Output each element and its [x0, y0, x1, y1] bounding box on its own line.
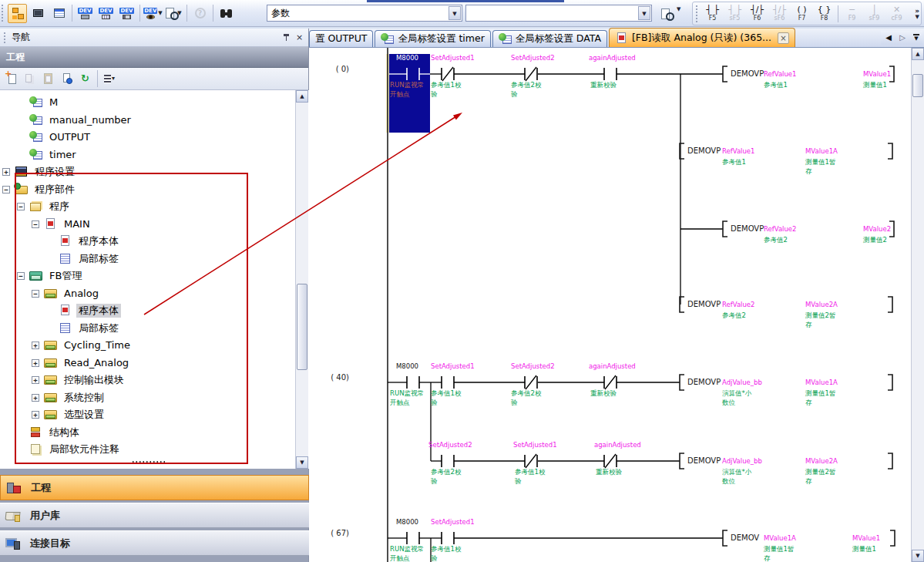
ladder-instruction-DEMOVP[interactable]: DEMOVPRefValue1参考值1MValue1A测量值1暂存 — [680, 143, 892, 175]
expand-icon[interactable]: + — [2, 168, 10, 176]
editor-scrollbar[interactable]: ▲ ▼ — [911, 48, 924, 562]
expand-icon[interactable]: + — [32, 359, 39, 367]
tree-item-局部软元件注释[interactable]: 局部软元件注释 — [0, 441, 309, 459]
toolbar-grip[interactable] — [2, 5, 5, 22]
toolbar-grip[interactable] — [696, 5, 700, 22]
editor-scrollbar-thumb[interactable] — [912, 74, 923, 97]
dev-network-button[interactable]: DEV — [117, 4, 136, 23]
dev-table-button[interactable]: DEV — [96, 4, 116, 23]
tree-item-控制输出模块[interactable]: +控制输出模块 — [0, 372, 309, 389]
paste-button[interactable] — [40, 70, 57, 87]
project-view-button[interactable] — [8, 4, 27, 23]
ladder-editor-canvas[interactable]: M8000RUN监视常开触点SetAdjusted1参考值1校验SetAdjus… — [309, 48, 910, 562]
tab-scroll-left-icon[interactable]: ◀ — [882, 31, 895, 45]
ladder-tool-cf9[interactable]: ✕cF9 — [885, 3, 908, 24]
help-button[interactable]: ? — [190, 4, 210, 23]
expand-icon[interactable]: + — [32, 342, 39, 349]
secondary-combobox[interactable]: ▼ — [465, 5, 652, 22]
collapse-icon[interactable]: − — [32, 290, 39, 298]
dev-watch-button[interactable]: DEV▼ — [143, 4, 163, 23]
scroll-down-icon[interactable]: ▼ — [296, 456, 308, 469]
expand-icon[interactable]: + — [32, 411, 39, 419]
ladder-contact-M8000[interactable]: M8000RUN监视常开触点 — [390, 518, 424, 562]
scroll-up-icon[interactable]: ▲ — [912, 48, 924, 60]
panel-button-连接目标[interactable]: 连接目标 — [0, 530, 309, 556]
tree-scrollbar[interactable]: ▲ ▼ — [295, 90, 308, 469]
collapse-icon[interactable]: − — [32, 220, 39, 228]
dev-find-button[interactable]: DEV — [76, 4, 95, 23]
ladder-tool-f5[interactable]: ┤ ├F5 — [701, 3, 724, 24]
device-search-button[interactable]: ▼ — [164, 4, 183, 23]
ladder-contact-SetAdjusted2[interactable]: SetAdjusted2参考值2校验 — [511, 54, 555, 98]
tree-item-局部标签[interactable]: 局部标签 — [0, 320, 309, 338]
ladder-instruction-DEMOVP[interactable]: DEMOVPRefValue1参考值1MValue1测量值1 — [723, 66, 894, 89]
new-item-button[interactable] — [3, 70, 20, 87]
property-button[interactable] — [59, 70, 76, 87]
scroll-up-icon[interactable]: ▲ — [296, 90, 308, 103]
panel-button-工程[interactable]: 工程 — [0, 475, 309, 500]
toolbar-overflow-button[interactable]: ▼ — [677, 6, 680, 12]
tree-item-选型设置[interactable]: +选型设置 — [0, 406, 309, 424]
close-icon[interactable]: × — [778, 32, 789, 44]
expand-icon[interactable]: + — [32, 376, 39, 384]
tree-item-M[interactable]: M — [0, 94, 309, 112]
ladder-tool-f6[interactable]: ┤/├F6 — [746, 3, 768, 24]
ladder-tool-f8[interactable]: { }F8 — [813, 3, 835, 24]
ladder-tool-sf5[interactable]: ┤ ├sF5 — [724, 3, 746, 24]
tree-item-MAIN[interactable]: −MAIN — [0, 216, 309, 234]
ladder-instruction-DEMOVP[interactable]: DEMOVPAdjValue_bb演算值*小数位MValue2A测量值2暂存 — [680, 453, 892, 485]
print-preview-button[interactable] — [657, 4, 676, 23]
ladder-tool-sf6[interactable]: ┤/├sF6 — [768, 3, 791, 24]
collapse-icon[interactable]: − — [2, 186, 10, 194]
ladder-contact-SetAdjusted2[interactable]: SetAdjusted2参考值2校验 — [428, 441, 472, 485]
tree-item-timer[interactable]: timer — [0, 146, 309, 164]
scroll-down-icon[interactable]: ▼ — [912, 550, 924, 562]
tree-item-局部标签[interactable]: 局部标签 — [0, 251, 309, 268]
ladder-contact-SetAdjusted2[interactable]: SetAdjusted2参考值2校验 — [511, 362, 555, 406]
tree-item-Read_Analog[interactable]: +Read_Analog — [0, 355, 309, 372]
tree-item-程序本体[interactable]: 程序本体 — [0, 302, 309, 320]
output-window-button[interactable] — [49, 4, 69, 23]
tab-menu-icon[interactable]: ▼ — [910, 31, 922, 45]
ladder-contact-againAdjusted[interactable]: againAdjusted重新校验 — [589, 362, 636, 397]
collapse-icon[interactable]: − — [17, 272, 25, 280]
tree-item-程序本体[interactable]: 程序本体 — [0, 233, 309, 251]
sort-filter-button[interactable] — [101, 70, 118, 87]
expand-icon[interactable]: + — [32, 394, 39, 402]
tree-item-程序设置[interactable]: +程序设置 — [0, 163, 309, 181]
ladder-toolbar-overflow[interactable]: »▼ — [915, 8, 919, 20]
copy-button[interactable] — [22, 70, 39, 87]
ladder-contact-M8000[interactable]: M8000RUN监视常开触点 — [390, 362, 424, 406]
tree-item-程序[interactable]: −程序 — [0, 198, 309, 216]
find-button[interactable] — [217, 4, 236, 23]
module-button[interactable] — [29, 4, 48, 23]
ladder-instruction-DEMOVP[interactable]: DEMOVPRefValue2参考值2MValue2测量值2 — [723, 221, 894, 244]
ladder-tool-f9[interactable]: ─F9 — [841, 3, 863, 24]
tree-scrollbar-thumb[interactable] — [297, 284, 307, 370]
ladder-tool-f7[interactable]: ( )F7 — [791, 3, 813, 24]
ladder-instruction-DEMOV[interactable]: DEMOVMValue1A测量值1暂存MValue1测量值1 — [723, 530, 895, 562]
chevron-down-icon[interactable]: ▼ — [449, 6, 461, 20]
ladder-tool-sf9[interactable]: │sF9 — [863, 3, 885, 24]
ladder-contact-SetAdjusted1[interactable]: SetAdjusted1参考值1校验 — [431, 362, 475, 406]
tab-4[interactable]: [FB]读取 Analog (只读) (365...× — [609, 28, 795, 47]
tab-3[interactable]: 全局标签设置 DATA — [492, 30, 607, 47]
tree-item-结构体[interactable]: 结构体 — [0, 424, 309, 442]
refresh-button[interactable] — [77, 70, 94, 87]
collapse-icon[interactable]: − — [17, 203, 25, 210]
tree-item-系统控制[interactable]: +系统控制 — [0, 389, 309, 407]
chevron-down-icon[interactable]: ▼ — [638, 6, 650, 20]
ladder-contact-SetAdjusted1[interactable]: SetAdjusted1参考值1校验 — [431, 518, 475, 562]
tree-item-程序部件[interactable]: −程序部件 — [0, 181, 309, 199]
tab-scroll-right-icon[interactable]: ▷ — [896, 31, 909, 45]
tree-item-FB管理[interactable]: −FB管理 — [0, 268, 309, 285]
ladder-contact-SetAdjusted1[interactable]: SetAdjusted1参考值1校验 — [431, 54, 475, 98]
tab-1[interactable]: 置 OUTPUT — [309, 30, 373, 47]
tree-item-OUTPUT[interactable]: OUTPUT — [0, 129, 309, 146]
ladder-contact-SetAdjusted1[interactable]: SetAdjusted1参考值1校验 — [513, 441, 557, 485]
ladder-instruction-DEMOVP[interactable]: DEMOVPAdjValue_bb演算值*小数位MValue1A测量值1暂存 — [680, 375, 892, 406]
panel-button-用户库[interactable]: 用户库 — [0, 503, 309, 528]
tree-item-Analog[interactable]: −Analog — [0, 285, 309, 303]
ladder-contact-againAdjusted[interactable]: againAdjusted重新校验 — [589, 54, 636, 89]
close-icon[interactable]: × — [293, 32, 306, 44]
